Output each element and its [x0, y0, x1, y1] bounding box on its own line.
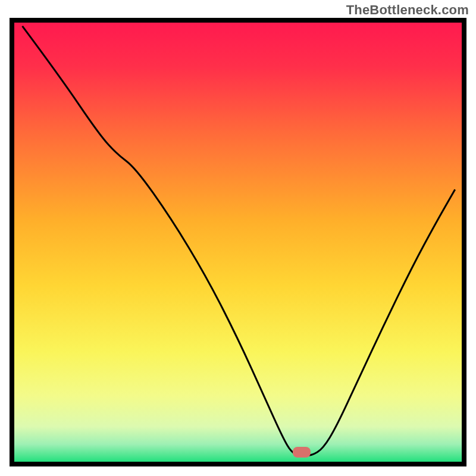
plot-border-bottom [10, 462, 466, 466]
plot-border-left [10, 18, 14, 466]
chart-frame: TheBottleneck.com [0, 0, 476, 476]
bottleneck-curve [0, 0, 476, 476]
watermark-text: TheBottleneck.com [346, 2, 469, 18]
plot-border-right [462, 18, 466, 466]
plot-border-top [10, 18, 466, 23]
optimal-point-marker [293, 447, 311, 458]
